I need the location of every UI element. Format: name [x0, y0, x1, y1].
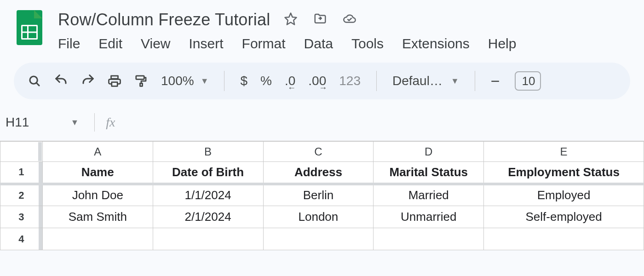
menu-tools[interactable]: Tools	[351, 36, 384, 52]
cell[interactable]: Marital Status	[374, 162, 484, 184]
cell[interactable]	[374, 228, 484, 250]
cell[interactable]	[42, 228, 153, 250]
name-box-value: H11	[6, 115, 29, 130]
cell[interactable]: Employment Status	[484, 162, 644, 184]
cell[interactable]: Unmarried	[374, 206, 484, 228]
svg-rect-3	[111, 76, 118, 79]
svg-marker-0	[285, 13, 297, 25]
cell[interactable]: Self-employed	[484, 206, 644, 228]
star-icon[interactable]	[284, 12, 298, 28]
spreadsheet-grid[interactable]: A B C D E 1 Name Date of Birth Address M…	[0, 141, 644, 250]
print-icon[interactable]	[108, 74, 121, 88]
menu-help[interactable]: Help	[488, 36, 517, 52]
select-all-corner[interactable]	[0, 142, 43, 162]
increase-decimal-button[interactable]: .00 →	[308, 74, 326, 88]
menu-format[interactable]: Format	[242, 36, 286, 52]
toolbar: 100% ▼ $ % .0 ← .00 → 123 Defaul… ▼ − 10	[14, 63, 630, 99]
chevron-down-icon: ▼	[70, 118, 79, 127]
move-to-folder-icon[interactable]	[313, 12, 327, 28]
cell[interactable]	[484, 228, 644, 250]
menu-insert[interactable]: Insert	[189, 36, 224, 52]
name-box[interactable]: H11 ▼	[6, 109, 94, 136]
table-row: 2 John Doe 1/1/2024 Berlin Married Emplo…	[0, 184, 644, 206]
svg-rect-4	[112, 82, 118, 86]
toolbar-separator	[475, 71, 475, 91]
svg-rect-5	[136, 76, 144, 80]
cell[interactable]	[153, 228, 263, 250]
decrease-decimal-button[interactable]: .0 ←	[285, 74, 295, 88]
title-block: Row/Column Freeze Tutorial File Edit Vie…	[58, 10, 644, 52]
menu-view[interactable]: View	[141, 36, 170, 52]
column-header-row: A B C D E	[0, 142, 644, 162]
format-percent-button[interactable]: %	[260, 74, 272, 88]
cell[interactable]: London	[263, 206, 374, 228]
title-icons	[284, 12, 356, 28]
cell[interactable]: Employed	[484, 184, 644, 206]
toolbar-separator	[376, 71, 377, 91]
cell[interactable]: Berlin	[263, 184, 374, 206]
table-row: 1 Name Date of Birth Address Marital Sta…	[0, 162, 644, 184]
row-header[interactable]: 2	[0, 184, 43, 206]
sheets-app-icon[interactable]	[17, 10, 42, 45]
row-header[interactable]: 1	[0, 162, 43, 184]
redo-icon[interactable]	[81, 74, 95, 88]
arrow-left-icon: ←	[288, 83, 296, 93]
formula-bar-row: H11 ▼ fx	[0, 109, 644, 136]
chevron-down-icon: ▼	[201, 76, 209, 86]
decrease-font-size-button[interactable]: −	[491, 72, 500, 90]
arrow-right-icon: →	[319, 83, 327, 93]
row-header[interactable]: 4	[0, 228, 43, 250]
cell[interactable]: John Doe	[42, 184, 153, 206]
table-row: 4	[0, 228, 644, 250]
cell[interactable]: 2/1/2024	[153, 206, 263, 228]
cell[interactable]	[263, 228, 374, 250]
cell[interactable]: Date of Birth	[153, 162, 263, 184]
cell[interactable]: Sam Smith	[42, 206, 153, 228]
menu-extensions[interactable]: Extensions	[402, 36, 470, 52]
search-icon[interactable]	[28, 74, 41, 88]
menu-data[interactable]: Data	[304, 36, 333, 52]
cell[interactable]: 1/1/2024	[153, 184, 263, 206]
toolbar-separator	[224, 71, 224, 91]
undo-icon[interactable]	[54, 74, 68, 88]
document-title[interactable]: Row/Column Freeze Tutorial	[58, 10, 270, 29]
table-row: 3 Sam Smith 2/1/2024 London Unmarried Se…	[0, 206, 644, 228]
row-header[interactable]: 3	[0, 206, 43, 228]
more-formats-button[interactable]: 123	[339, 74, 361, 88]
cell[interactable]: Address	[263, 162, 374, 184]
column-header[interactable]: D	[374, 142, 484, 162]
font-size-input[interactable]: 10	[515, 71, 541, 91]
cell[interactable]: Name	[42, 162, 153, 184]
fx-icon[interactable]: fx	[106, 115, 115, 130]
cloud-status-icon[interactable]	[343, 12, 356, 28]
zoom-select[interactable]: 100% ▼	[161, 74, 208, 88]
menu-edit[interactable]: Edit	[98, 36, 122, 52]
cell[interactable]: Married	[374, 184, 484, 206]
svg-line-2	[36, 83, 39, 86]
format-currency-button[interactable]: $	[240, 74, 247, 88]
font-family-select[interactable]: Defaul… ▼	[392, 74, 459, 88]
font-family-label: Defaul…	[392, 74, 443, 88]
paint-format-icon[interactable]	[134, 74, 148, 88]
column-header[interactable]: B	[153, 142, 263, 162]
app-header: Row/Column Freeze Tutorial File Edit Vie…	[0, 0, 644, 52]
zoom-value: 100%	[161, 74, 194, 88]
svg-rect-6	[140, 83, 143, 86]
menu-file[interactable]: File	[58, 36, 80, 52]
column-header[interactable]: C	[263, 142, 374, 162]
formula-bar-separator	[94, 113, 95, 132]
column-header[interactable]: E	[484, 142, 644, 162]
column-header[interactable]: A	[42, 142, 153, 162]
menubar: File Edit View Insert Format Data Tools …	[58, 36, 644, 52]
chevron-down-icon: ▼	[451, 76, 459, 86]
